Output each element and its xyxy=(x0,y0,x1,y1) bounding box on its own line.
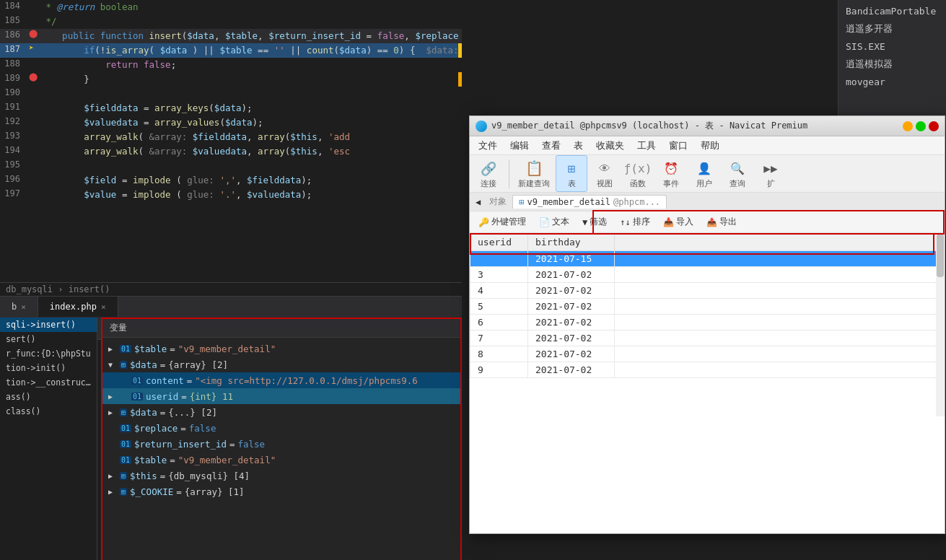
view-icon: 👁 xyxy=(595,158,615,178)
col-birthday[interactable]: birthday xyxy=(528,234,615,251)
table-row-5[interactable]: 5 2021-07-02 xyxy=(470,299,945,315)
toolbar-query[interactable]: 🔍 查询 xyxy=(722,156,753,191)
table-row-4[interactable]: 4 2021-07-02 xyxy=(470,283,945,299)
import-icon: 📥 xyxy=(663,217,674,227)
taskbar-item-bandicam[interactable]: BandicamPortable xyxy=(838,3,946,19)
var-row-table2[interactable]: ▶ 01 $table = "v9_member_detail" xyxy=(102,452,460,468)
expand-icon: ▶▶ xyxy=(761,158,781,178)
menu-table[interactable]: 表 xyxy=(568,137,589,154)
menu-tools[interactable]: 工具 xyxy=(631,137,662,154)
table-row-3[interactable]: 3 2021-07-02 xyxy=(470,267,945,283)
text-icon: 📄 xyxy=(539,217,550,227)
subtool-foreignkey[interactable]: 🔑 外键管理 xyxy=(474,214,530,229)
var-row-data-arr[interactable]: ▼ ⊞ $data = {array} [2] xyxy=(102,356,460,372)
var-row-this[interactable]: ▶ ⊞ $this = {db_mysqli} [4] xyxy=(102,468,460,484)
taskbar-shortcuts: BandicamPortable 逍遥多开器 SIS.EXE 逍遥模拟器 mov… xyxy=(838,0,946,130)
nav-tab-member-detail[interactable]: ⊞ v9_member_detail @phpcm... xyxy=(512,195,667,209)
menu-help[interactable]: 帮助 xyxy=(695,137,725,154)
call-stack-item-class[interactable]: class() xyxy=(0,404,97,419)
var-tree: ▶ 01 $table = "v9_member_detail" ▼ ⊞ $da… xyxy=(102,338,460,559)
navicat-window: v9_member_detail @phpcmsv9 (localhost) -… xyxy=(469,115,945,534)
table-row-8[interactable]: 8 2021-07-02 xyxy=(470,346,945,362)
code-line-195: 195 xyxy=(0,159,462,173)
menu-edit[interactable]: 编辑 xyxy=(504,137,535,154)
debug-tabs: b × index.php × xyxy=(0,297,462,317)
var-row-data2[interactable]: ▶ ⊞ $data = {...} [2] xyxy=(102,404,460,420)
data-table: userid birthday 2021-07-15 3 2021-07-02 xyxy=(470,233,945,378)
toolbar-expand[interactable]: ▶▶ 扩 xyxy=(755,156,787,191)
var-row-userid[interactable]: ▶ 01 userid = {int} 11 xyxy=(102,388,460,404)
scroll-marker2 xyxy=(458,72,462,87)
navicat-title: v9_member_detail @phpcmsv9 (localhost) -… xyxy=(491,120,807,132)
tab-index-php[interactable]: index.php × xyxy=(38,297,118,317)
navicat-scrollbar[interactable] xyxy=(936,233,945,416)
col-userid[interactable]: userid xyxy=(470,234,528,251)
taskbar-item-multiopen[interactable]: 逍遥多开器 xyxy=(838,19,946,38)
code-editor: 184 * @return boolean 185 */ 186 ⬤ publi… xyxy=(0,0,462,296)
taskbar-item-movgear[interactable]: movgear xyxy=(838,74,946,90)
filter-icon: ▼ xyxy=(582,217,587,227)
code-line-186: 186 ⬤ public function insert($data, $tab… xyxy=(0,29,462,43)
nav-collapse-btn[interactable]: ◀ xyxy=(473,196,483,209)
connect-icon: 🔗 xyxy=(478,158,499,178)
code-line-187: 187 ➤ if(!is_array( $data ) || $table ==… xyxy=(0,43,462,58)
toolbar-user[interactable]: 👤 用户 xyxy=(688,156,720,191)
code-line-189: 189 ⬤ } xyxy=(0,72,462,87)
var-row-content[interactable]: ▶ 01 content = "<img src=http://127.0.0.… xyxy=(102,372,460,388)
call-stack-item-construct[interactable]: tion->__construct( xyxy=(0,375,97,390)
toolbar-connect[interactable]: 🔗 连接 xyxy=(473,156,504,191)
table-row-1[interactable]: 2021-07-15 xyxy=(470,251,945,267)
var-row-replace[interactable]: ▶ 01 $replace = false xyxy=(102,420,460,436)
var-row-table1[interactable]: ▶ 01 $table = "v9_member_detail" xyxy=(102,341,460,356)
window-minimize-btn[interactable] xyxy=(903,121,913,131)
var-row-return-insert[interactable]: ▶ 01 $return_insert_id = false xyxy=(102,436,460,452)
call-stack-item-ass[interactable]: ass() xyxy=(0,390,97,404)
code-line-193: 193 array_walk( &array: $fielddata, arra… xyxy=(0,130,462,144)
call-stack-item-insert[interactable]: sqli->insert() xyxy=(0,318,97,332)
code-line-191: 191 $fielddata = array_keys($data); xyxy=(0,101,462,115)
call-stack-item-sert[interactable]: sert() xyxy=(0,332,97,346)
scrollbar-thumb[interactable] xyxy=(937,234,944,277)
navicat-table-area: userid birthday 2021-07-15 3 2021-07-02 xyxy=(470,233,945,533)
subtool-text[interactable]: 📄 文本 xyxy=(535,214,574,229)
table-row-6[interactable]: 6 2021-07-02 xyxy=(470,315,945,331)
menu-file[interactable]: 文件 xyxy=(473,137,503,154)
window-close-btn[interactable] xyxy=(929,121,939,131)
code-line-190: 190 xyxy=(0,87,462,101)
menu-window[interactable]: 窗口 xyxy=(663,137,693,154)
toolbar-function[interactable]: ƒ(x) 函数 xyxy=(622,156,654,191)
taskbar-item-emulator[interactable]: 逍遥模拟器 xyxy=(838,55,946,74)
var-row-cookie[interactable]: ▶ ⊞ $_COOKIE = {array} [1] xyxy=(102,484,460,499)
navicat-menubar: 文件 编辑 查看 表 收藏夹 工具 窗口 帮助 xyxy=(470,136,945,155)
menu-favorites[interactable]: 收藏夹 xyxy=(590,137,630,154)
call-stack-item-init[interactable]: tion->init() xyxy=(0,361,97,375)
toolbar-table[interactable]: ⊞ 表 xyxy=(556,155,587,192)
toolbar-view[interactable]: 👁 视图 xyxy=(589,156,621,191)
table-row-9[interactable]: 9 2021-07-02 xyxy=(470,362,945,378)
navicat-titlebar: v9_member_detail @phpcmsv9 (localhost) -… xyxy=(470,116,945,136)
subtool-export[interactable]: 📤 导出 xyxy=(702,214,741,229)
call-stack-item-func[interactable]: r_func:{D:\phpStu xyxy=(0,346,97,361)
taskbar-item-sisexe[interactable]: SIS.EXE xyxy=(838,38,946,55)
navicat-nav-bar: ◀ 对象 ⊞ v9_member_detail @phpcm... xyxy=(470,193,945,211)
toolbar-event[interactable]: ⏰ 事件 xyxy=(655,156,687,191)
subtool-import[interactable]: 📥 导入 xyxy=(659,214,698,229)
sort-icon: ↑↓ xyxy=(620,217,630,227)
function-icon: ƒ(x) xyxy=(628,158,648,178)
code-line-192: 192 $valuedata = array_values($data); xyxy=(0,115,462,130)
navicat-subtoolbar: 🔑 外键管理 📄 文本 ▼ 筛选 ↑↓ 排序 📥 导入 📤 导出 xyxy=(470,211,945,233)
variables-header: 变量 xyxy=(102,319,460,338)
menu-view[interactable]: 查看 xyxy=(536,137,566,154)
window-maximize-btn[interactable] xyxy=(916,121,926,131)
breadcrumb: db_mysqli › insert() xyxy=(0,282,462,296)
subtool-sort[interactable]: ↑↓ 排序 xyxy=(616,214,654,229)
tab-b[interactable]: b × xyxy=(0,297,38,317)
code-line-185: 185 */ xyxy=(0,14,462,29)
foreignkey-icon: 🔑 xyxy=(478,217,489,227)
subtool-filter[interactable]: ▼ 筛选 xyxy=(578,214,611,229)
code-line-194: 194 array_walk( &array: $valuedata, arra… xyxy=(0,144,462,159)
navicat-toolbar: 🔗 连接 📋 新建查询 ⊞ 表 👁 视图 ƒ(x) 函数 ⏰ 事件 👤 用户 xyxy=(470,155,945,193)
toolbar-new-query[interactable]: 📋 新建查询 xyxy=(514,156,554,191)
code-line-196: 196 $field = implode ( glue: ',', $field… xyxy=(0,173,462,188)
table-row-7[interactable]: 7 2021-07-02 xyxy=(470,331,945,346)
